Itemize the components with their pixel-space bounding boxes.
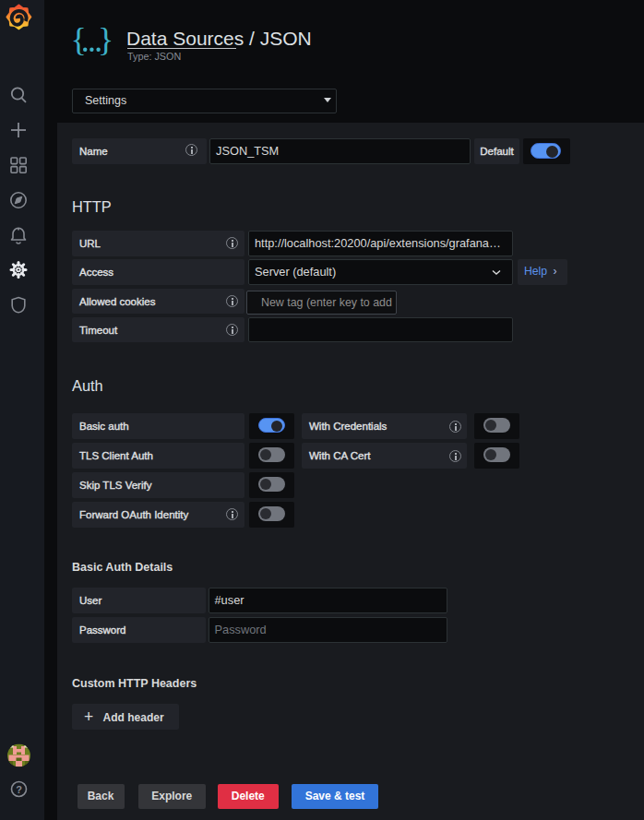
svg-text:?: ?	[16, 784, 22, 795]
svg-text:}: }	[98, 21, 113, 58]
svg-text:{: {	[71, 21, 87, 58]
